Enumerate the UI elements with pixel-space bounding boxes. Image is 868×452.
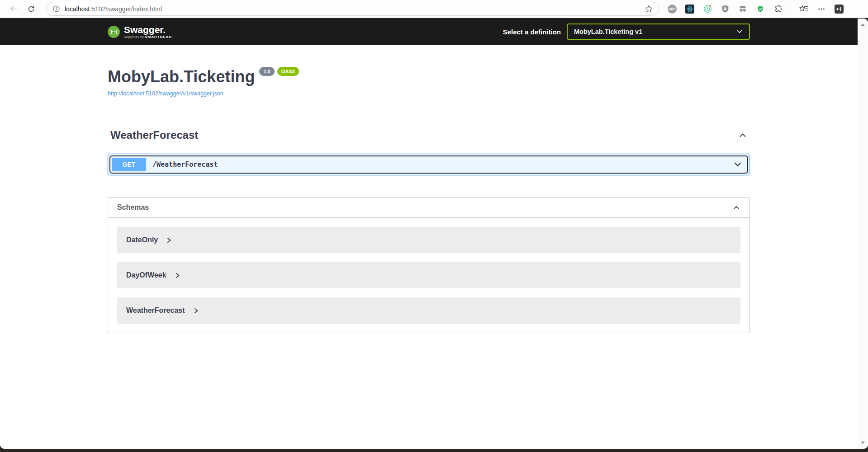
api-title: MobyLab.Ticketing <box>108 67 255 86</box>
abp-label: ABP <box>669 7 675 10</box>
adblock-extension-icon[interactable]: ABP <box>667 4 677 14</box>
weatherforecast-tag-section: WeatherForecast GET /WeatherForecast <box>108 125 750 175</box>
url-path: :5102/swagger/index.html <box>90 5 162 13</box>
browser-menu-button[interactable] <box>816 4 826 14</box>
url-text[interactable]: localhost:5102/swagger/index.html <box>65 5 645 13</box>
swagger-logo-icon: {···} <box>108 26 120 38</box>
scroll-down-arrow-icon[interactable] <box>860 441 865 444</box>
swagger-logo-tagline: Supported by SMARTBEAR <box>124 35 172 39</box>
ghostery-mask-extension-icon[interactable] <box>738 4 748 14</box>
get-opblock: GET /WeatherForecast <box>108 154 750 175</box>
site-info-icon[interactable] <box>52 5 60 13</box>
expand-chevron-down-icon[interactable] <box>733 160 743 170</box>
schemas-section: Schemas DateOnly <box>108 197 750 333</box>
collapse-chevron-up-icon[interactable] <box>738 131 747 140</box>
back-button[interactable] <box>7 3 19 15</box>
schemas-body: DateOnly DayOfWeek <box>108 218 749 333</box>
tagline-brand: SMARTBEAR <box>145 35 172 39</box>
url-host: localhost <box>65 5 90 13</box>
model-name: WeatherForecast <box>126 306 185 315</box>
definition-select[interactable]: MobyLab.Ticketing v1 <box>567 24 750 40</box>
swagger-brace-glyph: {···} <box>110 29 117 34</box>
get-opblock-summary[interactable]: GET /WeatherForecast <box>109 155 748 174</box>
react-devtools-extension-icon[interactable] <box>685 4 695 14</box>
swagger-page: {···} Swagger. Supported by SMARTBEAR Se… <box>0 19 858 449</box>
http-method-badge: GET <box>112 158 146 171</box>
model-expand-chevron-right-icon <box>166 237 172 243</box>
extensions-puzzle-icon[interactable] <box>773 4 783 14</box>
web-content: {···} Swagger. Supported by SMARTBEAR Se… <box>0 19 868 449</box>
api-info: MobyLab.Ticketing1.0OAS3 http://localhos… <box>108 45 750 97</box>
model-expand-chevron-right-icon <box>175 273 180 278</box>
security-shield-extension-icon[interactable] <box>755 4 765 14</box>
model-row-dayofweek[interactable]: DayOfWeek <box>117 262 740 288</box>
toolbar-separator <box>791 5 791 14</box>
browser-toolbar: localhost:5102/swagger/index.html ABP <box>0 0 868 18</box>
tag-section-header[interactable]: WeatherForecast <box>108 125 750 148</box>
model-row-weatherforecast[interactable]: WeatherForecast <box>117 297 740 324</box>
schemas-header[interactable]: Schemas <box>108 198 749 218</box>
model-expand-chevron-right-icon <box>193 308 199 314</box>
favorites-button[interactable] <box>799 4 809 14</box>
tracker-radar-extension-icon[interactable] <box>702 4 712 14</box>
address-bar[interactable]: localhost:5102/swagger/index.html <box>46 2 659 16</box>
spec-json-link[interactable]: http://localhost:5102/swagger/v1/swagger… <box>108 90 223 97</box>
refresh-button[interactable] <box>25 3 37 15</box>
schemas-collapse-chevron-up-icon[interactable] <box>732 203 740 212</box>
definition-selected-value: MobyLab.Ticketing v1 <box>574 28 735 35</box>
definition-select-label: Select a definition <box>503 28 561 36</box>
model-row-dateonly[interactable]: DateOnly <box>117 227 740 253</box>
bookmark-star-icon[interactable] <box>645 5 653 13</box>
model-name: DateOnly <box>126 236 158 244</box>
refresh-icon <box>27 5 35 13</box>
swagger-logo[interactable]: {···} Swagger. Supported by SMARTBEAR <box>108 25 172 39</box>
page-scrollbar[interactable] <box>858 19 868 449</box>
endpoint-path: /WeatherForecast <box>152 160 733 169</box>
back-arrow-icon <box>9 5 18 13</box>
sidebar-toggle-button[interactable] <box>834 4 844 14</box>
model-name: DayOfWeek <box>126 271 166 279</box>
tag-section-title: WeatherForecast <box>110 129 198 141</box>
scroll-up-arrow-icon[interactable] <box>860 23 865 26</box>
swagger-logo-name: Swagger. <box>124 25 166 35</box>
privacy-shield-extension-icon[interactable] <box>720 4 730 14</box>
select-chevron-down-icon <box>735 28 744 36</box>
schemas-title: Schemas <box>117 203 149 212</box>
extensions-row: ABP <box>667 4 844 14</box>
swagger-topbar: {···} Swagger. Supported by SMARTBEAR Se… <box>0 19 858 45</box>
version-badge: 1.0 <box>259 67 274 76</box>
oas3-badge: OAS3 <box>277 67 299 76</box>
tagline-prefix: Supported by <box>124 35 145 38</box>
